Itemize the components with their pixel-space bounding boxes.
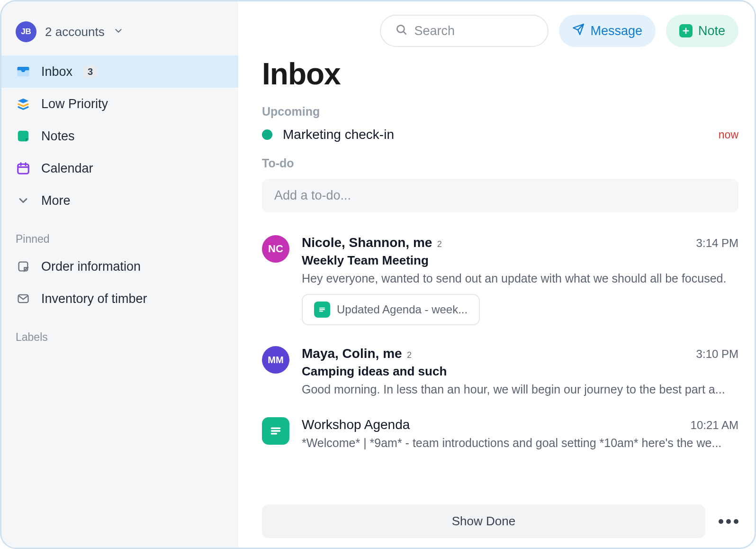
topbar: Search Message Note — [262, 15, 738, 47]
button-label: Note — [698, 24, 725, 38]
account-label: 2 accounts — [45, 25, 105, 39]
sidebar-item-label: Inbox — [41, 64, 72, 79]
chevron-down-icon — [16, 193, 31, 208]
sidebar: JB 2 accounts Inbox 3 Low Priority — [1, 1, 238, 548]
main: Search Message Note Inbox Upcoming Marke… — [238, 1, 755, 548]
search-icon — [395, 23, 407, 39]
todo-placeholder: Add a to-do... — [274, 188, 351, 202]
notes-icon — [16, 128, 31, 144]
note-outline-icon — [16, 259, 31, 274]
note-icon — [262, 417, 289, 445]
dot-icon — [726, 519, 731, 524]
pinned-item-inventory[interactable]: Inventory of timber — [1, 283, 238, 315]
stack-icon — [16, 96, 31, 111]
note-time: 10:21 AM — [691, 419, 738, 432]
thread-count: 2 — [437, 239, 442, 249]
dot-icon — [734, 519, 738, 524]
thread-subject: Weekly Team Meeting — [302, 253, 738, 268]
upcoming-time: now — [719, 128, 738, 141]
attachment-chip[interactable]: Updated Agenda - week... — [302, 294, 480, 325]
sidebar-item-low-priority[interactable]: Low Priority — [1, 88, 238, 120]
status-dot-icon — [262, 129, 272, 140]
account-switcher[interactable]: JB 2 accounts — [1, 11, 238, 55]
thread-body: Nicole, Shannon, me 2 3:14 PM Weekly Tea… — [302, 235, 738, 325]
upcoming-section-header: Upcoming — [262, 105, 738, 119]
avatar: NC — [262, 235, 289, 263]
sidebar-item-more[interactable]: More — [1, 184, 238, 217]
chevron-down-icon — [113, 26, 124, 38]
button-label: Message — [590, 24, 642, 38]
note-preview: *Welcome* | *9am* - team introductions a… — [302, 436, 738, 450]
compose-message-button[interactable]: Message — [559, 15, 656, 47]
avatar: JB — [16, 21, 36, 42]
pinned-item-order-information[interactable]: Order information — [1, 250, 238, 283]
note-body: Workshop Agenda 10:21 AM *Welcome* | *9a… — [302, 417, 738, 450]
thread-time: 3:10 PM — [696, 348, 738, 361]
thread-preview: Hey everyone, wanted to send out an upda… — [302, 272, 738, 285]
search-input[interactable]: Search — [380, 15, 549, 47]
upcoming-item[interactable]: Marketing check-in now — [262, 127, 738, 142]
pinned-header: Pinned — [1, 217, 238, 250]
thread-subject: Camping ideas and such — [302, 364, 738, 379]
thread-item[interactable]: NC Nicole, Shannon, me 2 3:14 PM Weekly … — [262, 227, 738, 338]
note-icon — [314, 302, 330, 318]
attachment-label: Updated Agenda - week... — [337, 303, 468, 316]
todo-section-header: To-do — [262, 156, 738, 170]
upcoming-title: Marketing check-in — [283, 127, 394, 142]
sidebar-item-label: Notes — [41, 129, 75, 144]
compose-note-button[interactable]: Note — [666, 15, 738, 47]
avatar: MM — [262, 346, 289, 374]
pinned-item-label: Inventory of timber — [41, 292, 147, 306]
page-title: Inbox — [262, 56, 738, 92]
thread-time: 3:14 PM — [696, 237, 738, 250]
thread-preview: Good morning. In less than an hour, we w… — [302, 383, 738, 396]
search-placeholder: Search — [414, 24, 455, 38]
thread-participants: Maya, Colin, me — [302, 346, 402, 361]
inbox-count-badge: 3 — [83, 65, 98, 78]
inbox-icon — [16, 64, 31, 79]
more-options-button[interactable] — [719, 519, 738, 524]
note-item[interactable]: Workshop Agenda 10:21 AM *Welcome* | *9a… — [262, 409, 738, 462]
labels-header: Labels — [1, 315, 238, 348]
pinned-item-label: Order information — [41, 259, 141, 274]
svg-rect-1 — [18, 164, 29, 174]
svg-line-8 — [404, 31, 406, 34]
sidebar-item-inbox[interactable]: Inbox 3 — [1, 55, 238, 88]
sidebar-item-calendar[interactable]: Calendar — [1, 152, 238, 184]
dot-icon — [719, 519, 723, 524]
app-frame: JB 2 accounts Inbox 3 Low Priority — [0, 0, 756, 549]
thread-count: 2 — [407, 350, 412, 360]
send-icon — [572, 23, 585, 39]
sidebar-item-label: Low Priority — [41, 97, 108, 111]
calendar-icon — [16, 161, 31, 176]
sidebar-item-label: More — [41, 193, 71, 208]
nav: Inbox 3 Low Priority Notes Calendar — [1, 55, 238, 217]
todo-input[interactable]: Add a to-do... — [262, 179, 738, 212]
sidebar-item-notes[interactable]: Notes — [1, 120, 238, 152]
show-done-button[interactable]: Show Done — [262, 504, 705, 538]
mail-icon — [16, 291, 31, 306]
thread-participants: Nicole, Shannon, me — [302, 235, 432, 250]
footer-bar: Show Done — [262, 504, 738, 538]
plus-icon — [679, 24, 693, 37]
thread-item[interactable]: MM Maya, Colin, me 2 3:10 PM Camping ide… — [262, 338, 738, 409]
note-title: Workshop Agenda — [302, 417, 410, 432]
sidebar-item-label: Calendar — [41, 161, 93, 176]
thread-body: Maya, Colin, me 2 3:10 PM Camping ideas … — [302, 346, 738, 396]
